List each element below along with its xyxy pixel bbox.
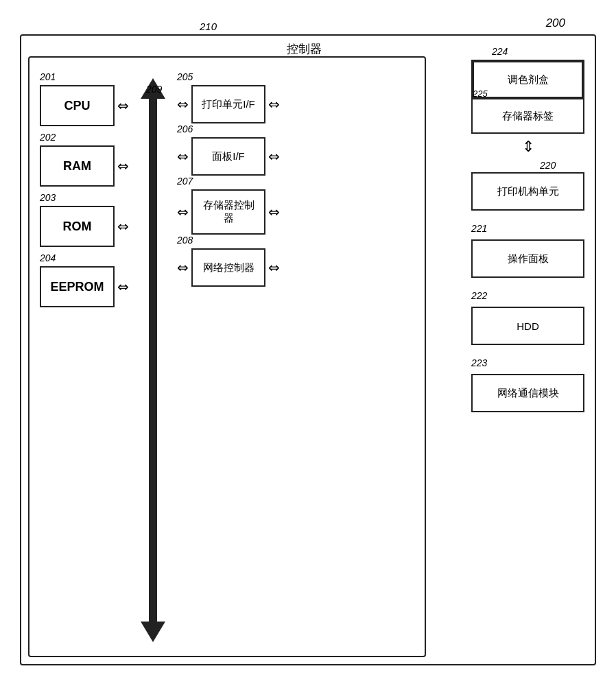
ram-box: RAM <box>40 145 115 187</box>
cpu-label: CPU <box>64 99 90 113</box>
ext-223-id: 223 <box>471 357 584 368</box>
if-207-left-arrow: ⇔ <box>177 204 189 220</box>
eeprom-arrow: ⇔ <box>117 279 129 295</box>
ram-arrow: ⇔ <box>117 158 129 174</box>
toner-label: 调色剂盒 <box>508 73 549 86</box>
toner-box: 调色剂盒 <box>473 61 583 98</box>
network-label: 网络通信模块 <box>497 387 559 400</box>
if-207-right-arrow: ⇔ <box>268 204 280 220</box>
cpu-row: 201 CPU ⇔ <box>40 85 129 126</box>
if-206-left-arrow: ⇔ <box>177 148 189 165</box>
ext-221-id: 221 <box>471 223 584 234</box>
left-column: 201 CPU ⇔ 202 RAM ⇔ <box>40 85 129 307</box>
toner-area: 224 调色剂盒 225 存储器标签 ⇕ 220 打印机构单元 221 <box>471 60 584 412</box>
eeprom-box: EEPROM <box>40 266 115 307</box>
eeprom-id: 204 <box>40 252 56 263</box>
tag-box: 225 存储器标签 <box>473 98 583 132</box>
vertical-bus <box>141 78 165 642</box>
toner-id: 224 <box>492 46 508 57</box>
if-208-right-arrow: ⇔ <box>268 259 280 276</box>
panel-box: 操作面板 <box>471 239 584 278</box>
rom-row: 203 ROM ⇔ <box>40 206 129 247</box>
if-207-label: 存储器控制器 <box>198 199 259 225</box>
eeprom-row: 204 EEPROM ⇔ <box>40 266 129 307</box>
if-205-right-arrow: ⇔ <box>268 96 280 113</box>
if-205-box: 打印单元I/F <box>191 85 265 123</box>
if-206-box: 面板I/F <box>191 137 265 176</box>
ext-222-id: 222 <box>471 290 584 301</box>
bus-id-label: 209 <box>146 84 162 95</box>
if-207-wrapper: 207 ⇔ 存储器控制器 ⇔ <box>177 189 280 235</box>
if-205-wrapper: 205 ⇔ 打印单元I/F ⇔ <box>177 85 280 123</box>
network-box: 网络通信模块 <box>471 374 584 412</box>
hdd-box: HDD <box>471 307 584 345</box>
main-boundary: 210 控制器 201 CPU ⇔ 202 <box>20 34 596 665</box>
tag-id: 225 <box>473 88 488 99</box>
print-unit-label: 打印机构单元 <box>497 185 559 198</box>
if-206-right-arrow: ⇔ <box>268 148 280 165</box>
print-unit-box: 打印机构单元 <box>471 172 584 211</box>
if-208-left-arrow: ⇔ <box>177 259 189 276</box>
if-205-left-arrow: ⇔ <box>177 96 189 113</box>
eeprom-label: EEPROM <box>50 280 104 294</box>
panel-label: 操作面板 <box>508 252 549 265</box>
cpu-id: 201 <box>40 71 56 82</box>
controller-id-label: 210 <box>200 21 217 32</box>
bus-arrow-down <box>141 622 165 642</box>
if-207-id: 207 <box>177 176 193 187</box>
if-207-box: 存储器控制器 <box>191 189 265 235</box>
cpu-box: CPU <box>40 85 115 126</box>
middle-column: 205 ⇔ 打印单元I/F ⇔ 206 ⇔ 面板I/ <box>177 85 280 287</box>
toner-to-print-arrow: ⇕ <box>471 138 584 156</box>
ext-220-id: 220 <box>540 160 616 171</box>
rom-box: ROM <box>40 206 115 247</box>
if-208-wrapper: 208 ⇔ 网络控制器 ⇔ <box>177 248 280 287</box>
rom-label: ROM <box>63 220 92 234</box>
if-205-id: 205 <box>177 71 193 82</box>
if-208-box: 网络控制器 <box>191 248 265 287</box>
if-206-id: 206 <box>177 123 193 134</box>
diagram-id: 200 <box>546 16 565 30</box>
diagram-wrapper: 200 210 控制器 201 CPU ⇔ <box>13 14 603 672</box>
toner-outer-box: 调色剂盒 225 存储器标签 <box>471 60 584 134</box>
if-205-label: 打印单元I/F <box>202 98 255 111</box>
if-206-label: 面板I/F <box>212 150 245 163</box>
if-208-label: 网络控制器 <box>203 261 254 274</box>
tag-label: 存储器标签 <box>502 110 554 123</box>
controller-label: 控制器 <box>287 41 322 57</box>
rom-arrow: ⇔ <box>117 218 129 235</box>
rom-id: 203 <box>40 192 56 203</box>
ram-id: 202 <box>40 132 56 143</box>
ram-label: RAM <box>63 159 91 174</box>
if-208-id: 208 <box>177 235 193 246</box>
cpu-arrow: ⇔ <box>117 97 129 114</box>
ram-row: 202 RAM ⇔ <box>40 145 129 187</box>
controller-box: 201 CPU ⇔ 202 RAM ⇔ <box>28 56 426 657</box>
hdd-label: HDD <box>517 320 539 332</box>
bus-line <box>149 99 157 622</box>
if-206-wrapper: 206 ⇔ 面板I/F ⇔ <box>177 137 280 176</box>
toner-vert-arrow-icon: ⇕ <box>522 138 534 156</box>
